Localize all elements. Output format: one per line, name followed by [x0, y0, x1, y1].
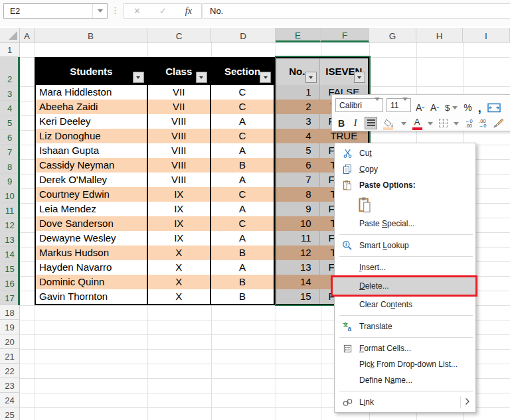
cell-student[interactable]: Dewayne Wesley — [36, 231, 148, 245]
row-header-12[interactable]: 12 — [0, 218, 20, 232]
table-header-students[interactable]: Students — [36, 58, 148, 85]
row-header-1[interactable]: 1 — [0, 42, 20, 57]
cell-section[interactable]: B — [211, 245, 275, 260]
menu-item-translate[interactable]: aTranslate — [335, 318, 475, 334]
row-header-14[interactable]: 14 — [0, 247, 20, 261]
cell-class[interactable]: VIII — [148, 129, 211, 143]
cell-no[interactable]: 11 — [275, 231, 320, 245]
cell-no[interactable]: 2 — [275, 100, 320, 114]
italic-button[interactable]: I — [351, 115, 360, 131]
cell-section[interactable]: A — [211, 202, 275, 216]
select-all-button[interactable] — [0, 28, 20, 42]
cell-student[interactable]: Derek O'Malley — [36, 173, 148, 187]
row-header-11[interactable]: 11 — [0, 203, 20, 218]
cell-no[interactable]: 12 — [275, 245, 320, 260]
cell-section[interactable]: B — [211, 289, 275, 304]
decrease-decimal-button[interactable]: .00 →0 — [477, 115, 488, 131]
formula-input[interactable]: No. — [203, 3, 510, 19]
merge-center-button[interactable] — [486, 98, 502, 113]
cell-no[interactable]: 5 — [275, 143, 320, 158]
menu-item-pick-from-list[interactable]: Pick From Drop-down List... — [335, 356, 475, 372]
cell-class[interactable]: X — [148, 289, 211, 304]
row-header-9[interactable]: 9 — [0, 174, 20, 188]
menu-item-paste-options[interactable]: Paste Options: — [335, 177, 475, 193]
row-header-4[interactable]: 4 — [0, 101, 20, 115]
menu-item-format-cells[interactable]: Format Cells... — [335, 340, 475, 356]
column-header-A[interactable]: A — [20, 28, 35, 42]
increase-decimal-button[interactable]: ←0 .00 — [464, 115, 474, 131]
filter-dropdown-button[interactable] — [133, 72, 144, 83]
percent-style-button[interactable]: % — [462, 98, 473, 113]
filter-dropdown-button[interactable] — [196, 72, 207, 83]
cell-no[interactable]: 6 — [275, 158, 320, 173]
cell-class[interactable]: VII — [148, 100, 211, 114]
cell-section[interactable]: A — [211, 260, 275, 275]
borders-dropdown[interactable] — [452, 115, 460, 131]
table-header-iseven[interactable]: ISEVEN — [320, 58, 368, 85]
cell-no[interactable]: 3 — [275, 114, 320, 129]
cell-student[interactable]: Hayden Navarro — [36, 260, 148, 275]
filter-dropdown-button[interactable] — [305, 72, 317, 83]
cell-class[interactable]: IX — [148, 231, 211, 245]
row-header-21[interactable]: 21 — [0, 349, 20, 364]
menu-item-link[interactable]: Link — [335, 394, 475, 410]
cell-student[interactable]: Keri Deeley — [36, 114, 148, 129]
cell-no[interactable]: 9 — [275, 202, 320, 216]
cell-student[interactable]: Leia Mendez — [36, 202, 148, 216]
row-header-25[interactable]: 25 — [0, 407, 20, 420]
enter-icon[interactable]: ✓ — [159, 6, 167, 16]
cell-student[interactable]: Ishaan Gupta — [36, 143, 148, 158]
cell-student[interactable]: Gavin Thornton — [36, 289, 148, 304]
row-header-10[interactable]: 10 — [0, 188, 20, 203]
grow-font-button[interactable]: Aˆ — [414, 98, 426, 113]
cell-no[interactable]: 14 — [275, 275, 320, 289]
center-align-button[interactable] — [363, 115, 379, 131]
cell-class[interactable]: VIII — [148, 114, 211, 129]
menu-item-delete[interactable]: Delete... — [335, 275, 475, 297]
cell-no[interactable]: 10 — [275, 216, 320, 231]
cell-class[interactable]: X — [148, 260, 211, 275]
cell-student[interactable]: Mara Hiddleston — [36, 85, 148, 100]
bold-button[interactable]: B — [335, 115, 347, 131]
font-color-button[interactable]: A — [411, 115, 423, 131]
font-name-combo[interactable]: Calibri — [335, 98, 383, 112]
menu-item-paste-special[interactable]: Paste Special... — [335, 216, 475, 232]
cell-class[interactable]: VIII — [148, 143, 211, 158]
row-header-18[interactable]: 18 — [0, 305, 20, 320]
comma-style-button[interactable]: , — [477, 98, 483, 113]
menu-item-smart-lookup[interactable]: Smart Lookup — [335, 238, 475, 253]
table-header-class[interactable]: Class — [148, 58, 211, 85]
column-header-I[interactable]: I — [463, 28, 510, 42]
column-header-C[interactable]: C — [147, 28, 211, 42]
cell-section[interactable]: A — [211, 114, 275, 129]
cell-class[interactable]: IX — [148, 202, 211, 216]
filter-dropdown-button[interactable] — [260, 72, 271, 83]
cell-student[interactable]: Cassidy Neyman — [36, 158, 148, 173]
cell-student[interactable]: Markus Hudson — [36, 245, 148, 260]
cell-no[interactable]: 15 — [275, 289, 320, 304]
cell-student[interactable]: Courtney Edwin — [36, 187, 148, 202]
menu-item-define-name[interactable]: Define Name... — [335, 372, 475, 388]
fill-color-button[interactable] — [382, 115, 396, 131]
cell-section[interactable]: C — [211, 100, 275, 114]
table-header-no[interactable]: No. — [275, 58, 319, 85]
cell-section[interactable]: C — [211, 129, 275, 143]
row-header-19[interactable]: 19 — [0, 320, 20, 334]
cell-student[interactable]: Liz Donoghue — [36, 129, 148, 143]
font-color-dropdown[interactable] — [426, 115, 434, 131]
row-header-6[interactable]: 6 — [0, 130, 20, 145]
row-header-16[interactable]: 16 — [0, 276, 20, 291]
row-header-24[interactable]: 24 — [0, 393, 20, 407]
font-size-combo[interactable]: 11 — [386, 98, 411, 112]
cancel-icon[interactable]: ✕ — [133, 6, 141, 16]
insert-function-icon[interactable]: fx — [185, 6, 192, 17]
row-header-3[interactable]: 3 — [0, 86, 20, 101]
cell-no[interactable]: 13 — [275, 260, 320, 275]
cell-section[interactable]: C — [211, 187, 275, 202]
cell-student[interactable]: Dominic Quinn — [36, 275, 148, 289]
cell-no[interactable]: 4 — [275, 129, 320, 143]
shrink-font-button[interactable]: Aˇ — [429, 98, 440, 113]
column-header-B[interactable]: B — [35, 28, 147, 42]
row-header-22[interactable]: 22 — [0, 364, 20, 378]
cell-no[interactable]: 8 — [275, 187, 320, 202]
